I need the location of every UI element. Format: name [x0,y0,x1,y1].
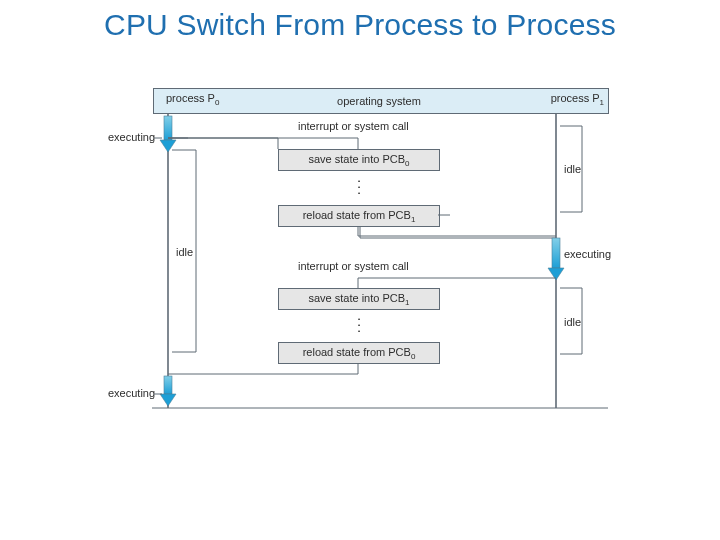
svg-rect-6 [552,238,560,268]
bracket-idle-p1-bottom [560,288,582,354]
bracket-idle-p1-top [560,126,582,212]
arrow-p0-exec-bottom [160,376,176,406]
slide: CPU Switch From Process to Process proce… [0,0,720,540]
bracket-idle-p0 [172,150,196,352]
arrow-p0-exec-top [160,116,176,152]
svg-marker-9 [160,394,176,406]
svg-rect-3 [164,116,172,140]
slide-title: CPU Switch From Process to Process [36,8,684,42]
diagram-lines [110,88,610,488]
arrow-p1-exec [548,238,564,280]
svg-rect-8 [164,376,172,394]
context-switch-diagram: process P0 operating system process P1 i… [110,88,610,488]
